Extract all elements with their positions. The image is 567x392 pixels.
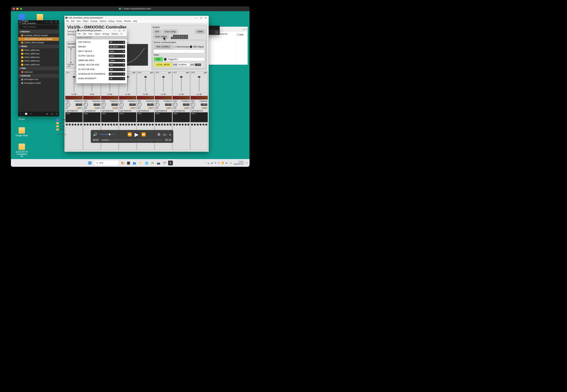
tree-group-header[interactable]: Data: [18, 67, 59, 70]
tb-max-icon[interactable]: 8: [168, 161, 173, 165]
pitch-knob[interactable]: [173, 103, 177, 107]
dmx-disable-button[interactable]: DMX_DISABLE: [154, 45, 172, 49]
tray-cloud-icon[interactable]: ☁: [207, 162, 209, 164]
volume-slider[interactable]: [100, 134, 116, 135]
bpf-toggle[interactable]: BPF: [95, 107, 100, 109]
dmx-input[interactable]: [154, 50, 205, 53]
bpf-toggle[interactable]: BPF: [202, 107, 207, 109]
setting-select[interactable]: ad_directs...: [109, 45, 125, 48]
add-tab-icon[interactable]: ＋: [215, 31, 219, 34]
frequency-value[interactable]: 830.6: [147, 103, 153, 106]
tb-app-icon[interactable]: ✂️: [162, 161, 167, 165]
forward-icon[interactable]: ⏩: [141, 132, 146, 136]
tree-item[interactable]: Achime_aflat5.wav: [18, 52, 59, 56]
gain-fader[interactable]: [163, 75, 164, 92]
gain-fader[interactable]: [181, 75, 181, 92]
menu-item[interactable]: File: [77, 33, 81, 35]
bpf-toggle[interactable]: BPF: [113, 107, 118, 109]
menu-item[interactable]: Arrange: [102, 33, 109, 35]
frequency-value[interactable]: 830.6: [165, 103, 171, 106]
tb-app-icon[interactable]: 🎨: [120, 161, 125, 165]
tray-mic-icon[interactable]: 🎤: [211, 162, 213, 164]
frequency-value[interactable]: 830.6: [129, 103, 135, 106]
pitch-knob[interactable]: [155, 103, 159, 107]
project-window[interactable]: Project (ccbt_tonechim... — ▢ ✕ Patchers…: [18, 20, 59, 116]
tray-volume-icon[interactable]: 🔊: [225, 162, 228, 164]
tb-explorer-icon[interactable]: 📁: [138, 161, 143, 165]
tb-chrome-icon[interactable]: 🌐: [144, 161, 149, 165]
filter-input[interactable]: [19, 25, 58, 29]
step-dots[interactable]: [173, 122, 190, 127]
win-close-icon[interactable]: ✕: [54, 21, 58, 24]
pitch-knob[interactable]: [120, 103, 124, 107]
setting-select[interactable]: Off: [109, 41, 125, 44]
step-dots[interactable]: [137, 122, 154, 127]
menu-item[interactable]: Edit: [71, 20, 74, 22]
bpf-toggle[interactable]: BPF: [184, 107, 189, 109]
step-dots[interactable]: [119, 122, 136, 127]
step-dots[interactable]: [65, 122, 83, 127]
finder-item[interactable]: ja-E: [56, 122, 66, 125]
menu-item[interactable]: Edit: [83, 33, 86, 35]
menu-item[interactable]: Window: [124, 20, 131, 22]
frequency-value[interactable]: 830.6: [183, 103, 189, 106]
desktop-icon[interactable]: ja-EZCAD for ComMarker B4: [15, 144, 28, 158]
desktop-icon[interactable]: Google Slides: [15, 127, 28, 137]
tree-group-header[interactable]: Media: [18, 44, 59, 48]
win-max-icon[interactable]: ▢: [243, 28, 245, 30]
progress-slider[interactable]: [102, 140, 163, 140]
save-config-button[interactable]: Save Config: [163, 29, 178, 34]
menu-item[interactable]: Options: [100, 20, 106, 22]
osc-button[interactable]: OSC: [154, 57, 163, 61]
win-min-icon[interactable]: —: [113, 29, 117, 32]
tree-item[interactable]: Pccbt_tonechime_sensor.maxpat: [18, 37, 59, 41]
tray-info-icon[interactable]: ⓘ: [218, 162, 220, 164]
volume-icon[interactable]: 🔊: [93, 132, 97, 136]
tray-notification-icon[interactable]: 💬: [245, 162, 248, 164]
tree-item[interactable]: Achime_bflat4.wav: [18, 56, 59, 59]
pitch-knob[interactable]: [102, 103, 106, 107]
refresh-icon[interactable]: ⟳: [56, 112, 58, 115]
taskbar-clock[interactable]: 14:012024/07/23: [234, 161, 243, 165]
win-max-icon[interactable]: ▢: [199, 16, 203, 19]
tray-lang-icon[interactable]: A: [215, 162, 216, 164]
mac-min[interactable]: [16, 8, 18, 10]
win-max-icon[interactable]: ▢: [50, 21, 54, 24]
windows-desktop[interactable]: ゴミ箱EZCAD forbalenaGoogledigilent.Nextion…: [11, 11, 250, 167]
mac-max[interactable]: [20, 8, 22, 10]
tree-group-header[interactable]: Externals: [18, 74, 59, 78]
bpf-toggle[interactable]: BPF: [130, 107, 135, 109]
win-max-icon[interactable]: ▢: [118, 29, 121, 32]
gain-fader[interactable]: [127, 75, 128, 92]
tray-battery-icon[interactable]: 🔋: [230, 162, 232, 164]
tb-app-icon[interactable]: 👥: [132, 161, 137, 165]
taskbar-search[interactable]: 🔍 検索: [94, 160, 119, 166]
add-icon[interactable]: ＋: [19, 112, 22, 116]
menu-item[interactable]: Debug: [108, 20, 115, 22]
pitch-knob[interactable]: [84, 103, 88, 107]
step-dots[interactable]: [155, 122, 172, 127]
checkbox[interactable]: [174, 46, 176, 48]
step-dots[interactable]: [101, 122, 118, 127]
tree-group-header[interactable]: Patchers: [18, 30, 59, 34]
details-toggle[interactable]: 詳細: [237, 33, 247, 37]
chat-icon[interactable]: 💬: [25, 112, 28, 115]
gain-fader[interactable]: [74, 75, 74, 92]
dsp-button[interactable]: DSP: [153, 29, 162, 34]
menu-item[interactable]: View: [76, 20, 81, 22]
win-close-icon[interactable]: ✕: [122, 29, 126, 32]
tray-wifi-icon[interactable]: 📶: [222, 162, 224, 164]
menu-item[interactable]: Object: [83, 20, 89, 22]
win-min-icon[interactable]: —: [241, 28, 243, 30]
finder-item[interactable]: ビデオ: [56, 118, 66, 122]
tree-item[interactable]: Odmxusbpro.mxe64: [18, 81, 59, 85]
win-close-icon[interactable]: ✕: [204, 16, 208, 19]
menu-item[interactable]: Object: [94, 33, 100, 35]
tree-item[interactable]: Penvelope_detector.maxpat: [18, 34, 59, 37]
pitch-knob[interactable]: [191, 103, 195, 107]
taskbar[interactable]: 🔍 検索 🎨 ⬛ 👥 📁 🌐 W 📷 ✂️ 8 ^ ☁ 🎤 A ⓘ 📶 🔊 🔋: [11, 159, 250, 167]
start-icon[interactable]: [88, 161, 92, 165]
menu-item[interactable]: View: [88, 33, 93, 35]
setting-select[interactable]: 256: [109, 68, 125, 71]
step-dots[interactable]: [191, 122, 208, 127]
